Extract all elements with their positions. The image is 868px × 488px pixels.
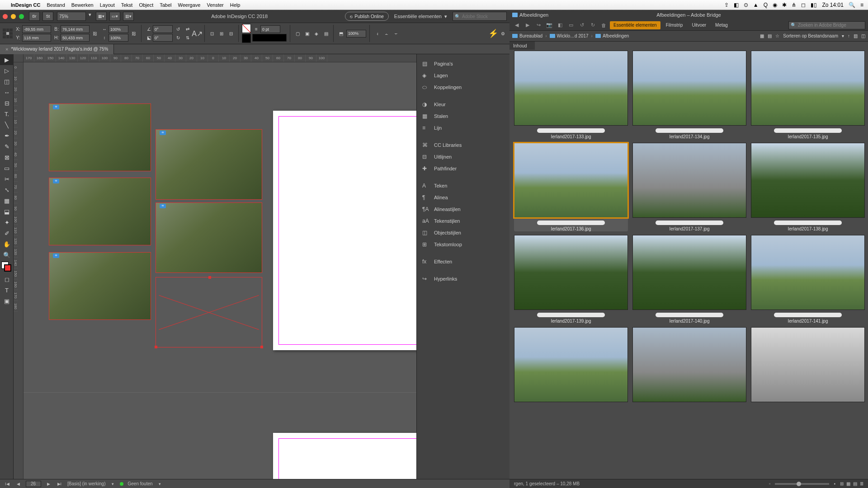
thumbnail[interactable]: Ierland2017-137.jpg [632, 143, 746, 231]
view-icon[interactable]: ▥ [854, 33, 858, 38]
tray-icon[interactable]: ▲ [753, 2, 759, 8]
panel-cc libraries[interactable]: ⌘CC Libraries [417, 139, 509, 151]
rating-bar[interactable] [656, 221, 723, 225]
panel-lagen[interactable]: ◈Lagen [417, 70, 509, 81]
stroke-style[interactable] [252, 34, 287, 42]
rating-bar[interactable] [774, 221, 842, 225]
y-field[interactable]: 118 mm [22, 34, 51, 42]
page-right[interactable] [273, 111, 416, 350]
rating-bar[interactable] [537, 128, 605, 133]
sort-asc-icon[interactable]: ↑ [848, 33, 850, 38]
thumbnail[interactable]: Ierland2017-135.jpg [751, 51, 865, 139]
detail-view-icon[interactable]: ▤ [853, 481, 857, 486]
list-icon[interactable]: ≡ [860, 2, 863, 8]
menu-tekst[interactable]: Tekst [121, 2, 133, 8]
workspace-switcher[interactable]: Essentiële elementen ▾ [394, 14, 447, 19]
camera-icon[interactable]: 📷 [545, 21, 554, 29]
panel-objectstijlen[interactable]: ◫Objectstijlen [417, 227, 509, 239]
document-canvas[interactable]: 1701601501401301201101009080706050403020… [14, 54, 416, 479]
constrain-icon[interactable]: ⛓ [91, 30, 99, 38]
menu-object[interactable]: Object [139, 2, 153, 8]
clock[interactable]: Zo 14:01 [822, 2, 843, 8]
stroke-field[interactable]: 0 pt [260, 25, 280, 33]
format-container[interactable]: ◻ [0, 274, 14, 285]
fill-stroke[interactable] [0, 260, 13, 274]
thumbnail[interactable] [751, 327, 865, 402]
rotate-field[interactable]: 0° [153, 25, 173, 33]
w-field[interactable]: 76,144 mm [61, 25, 90, 33]
prev-page[interactable]: ◀ [17, 482, 20, 486]
page-number-field[interactable]: 26 [26, 481, 41, 487]
x-field[interactable]: -89,55 mm [22, 25, 51, 33]
stock-button[interactable]: St [42, 12, 53, 21]
rotate-icon[interactable]: ↻ [588, 21, 597, 29]
flip-h-icon[interactable]: ⇄ [184, 25, 192, 33]
panel-hyperlinks[interactable]: ↪Hyperlinks [417, 273, 509, 285]
image-frame[interactable]: ∞ [49, 103, 151, 171]
rect-tool[interactable]: ▭ [0, 163, 14, 174]
settings-icon[interactable]: ⚙ [499, 30, 507, 38]
menu-tabel[interactable]: Tabel [160, 2, 171, 8]
panel-effecten[interactable]: fxEffecten [417, 256, 509, 267]
view-options[interactable]: ▦▾ [96, 12, 107, 21]
bridge-search[interactable]: 🔍 Zoeken in Adobe Bridge [788, 21, 865, 29]
hand-tool[interactable]: ✋ [0, 239, 14, 249]
search-icon[interactable]: 🔍 [849, 2, 855, 8]
image-frame[interactable]: ∞ [156, 129, 262, 200]
back-icon[interactable]: ◀ [512, 21, 521, 29]
volume-icon[interactable]: ◻ [801, 2, 806, 8]
screen-mode-tool[interactable]: ▣ [0, 296, 14, 306]
rating-bar[interactable] [537, 221, 605, 225]
gradient-feather-tool[interactable]: ⬓ [0, 206, 14, 217]
panel-alineastijlen[interactable]: ¶AAlineastijlen [417, 203, 509, 215]
breadcrumb[interactable]: Afbeeldingen [595, 33, 629, 38]
tray-icon[interactable]: ◧ [734, 2, 739, 8]
image-frame[interactable]: ∞ [49, 252, 151, 320]
thumbnail[interactable] [632, 327, 746, 402]
zoom-dropdown[interactable]: ▾ [87, 12, 93, 21]
panel-uitlijnen[interactable]: ⊟Uitlijnen [417, 151, 509, 163]
preflight-status[interactable]: Geen fouten [128, 481, 153, 486]
bridge-content-tab[interactable]: Inhoud [509, 42, 535, 50]
direct-selection-tool[interactable]: ▷ [0, 65, 14, 76]
menu-layout[interactable]: Layout [100, 2, 115, 8]
panel-kleur[interactable]: ◑Kleur [417, 99, 509, 110]
ruler-origin[interactable] [14, 54, 24, 62]
pencil-tool[interactable]: ✎ [0, 141, 14, 152]
format-text[interactable]: T [0, 285, 14, 296]
menu-venster[interactable]: Venster [207, 2, 223, 8]
align-right-icon[interactable]: ⫟ [392, 30, 400, 38]
thumbnail[interactable]: Ierland2017-136.jpg [514, 143, 628, 231]
selection-tool[interactable]: ▶ [0, 54, 14, 65]
gradient-tool[interactable]: ▦ [0, 195, 14, 206]
window-minimize[interactable] [11, 14, 16, 19]
rotate-cw-icon[interactable]: ↻ [174, 34, 182, 42]
rating-bar[interactable] [774, 128, 842, 133]
wifi-icon[interactable]: ⋔ [792, 2, 796, 8]
eyedropper-tool[interactable]: ✐ [0, 228, 14, 239]
window-close[interactable] [3, 14, 8, 19]
grid-lock-icon[interactable]: ⊞ [840, 481, 844, 486]
tray-icon[interactable]: ◉ [773, 2, 777, 8]
document-tab[interactable]: ×*Wicklowway Ierland 2017 Pagina's.indd … [0, 44, 114, 54]
panel-pathfinder[interactable]: ✚Pathfinder [417, 163, 509, 174]
thumbnail[interactable]: Ierland2017-140.jpg [632, 235, 746, 324]
menu-weergave[interactable]: Weergave [178, 2, 201, 8]
window-zoom[interactable] [19, 14, 24, 19]
view-icon[interactable]: ▦ [760, 33, 764, 38]
tray-icon[interactable]: ⇪ [724, 2, 729, 8]
breadcrumb[interactable]: Bureaublad [512, 33, 542, 38]
bridge-tab-metadata[interactable]: Metag [712, 21, 731, 29]
zoom-field[interactable]: 75% [57, 12, 86, 21]
refine-icon[interactable]: ◧ [556, 21, 565, 29]
panel-pagina's[interactable]: ▤Pagina's [417, 58, 509, 70]
transform-icon[interactable]: A↗ [193, 30, 201, 38]
screen-mode[interactable]: ▭▾ [109, 12, 120, 21]
rating-bar[interactable] [774, 313, 842, 317]
master-page[interactable]: [Basis] (in werking) [67, 481, 105, 486]
thumbnail[interactable] [514, 327, 628, 402]
free-transform-tool[interactable]: ⤡ [0, 184, 14, 195]
menu-help[interactable]: Help [230, 2, 241, 8]
horizontal-ruler[interactable]: 1701601501401301201101009080706050403020… [24, 54, 416, 62]
bridge-grid[interactable]: Ierland2017-133.jpgIerland2017-134.jpgIe… [509, 50, 868, 479]
